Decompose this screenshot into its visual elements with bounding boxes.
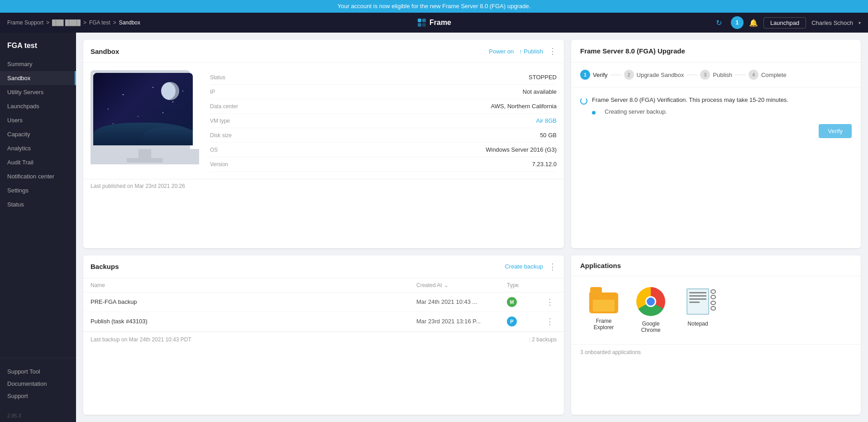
- power-on-button[interactable]: Power on: [489, 48, 514, 55]
- sort-icon: ⌄: [444, 282, 448, 288]
- create-backup-button[interactable]: Create backup: [505, 263, 543, 270]
- sidebar-footer-documentation[interactable]: Documentation: [7, 378, 69, 390]
- info-row-datacenter: Data center AWS, Northern California: [210, 99, 557, 114]
- sandbox-preview-image: [93, 73, 193, 145]
- sandbox-card: Sandbox Power on ↑ Publish ⋮: [83, 40, 564, 248]
- backups-more-button[interactable]: ⋮: [548, 262, 557, 272]
- applications-card-header: Applications: [571, 255, 861, 276]
- backup-row-type-1: P: [507, 316, 543, 326]
- sidebar-item-analytics[interactable]: Analytics: [0, 141, 76, 155]
- step-sep-3: [735, 75, 746, 75]
- backup-row-actions-0: ⋮: [543, 297, 557, 307]
- fga-card-body: Frame Server 8.0 (FGA) Verification. Thi…: [571, 87, 861, 147]
- info-row-status: Status STOPPED: [210, 70, 557, 85]
- sidebar-item-audit-trail[interactable]: Audit Trail: [0, 155, 76, 169]
- sandbox-more-button[interactable]: ⋮: [548, 46, 557, 56]
- breadcrumb: Frame Support > ███ ████ > FGA test > Sa…: [7, 19, 140, 26]
- sidebar-item-status[interactable]: Status: [0, 197, 76, 211]
- hills2-decoration: [143, 127, 193, 145]
- backup-count: 2 backups: [532, 336, 557, 343]
- backups-card-header: Backups Create backup ⋮: [83, 255, 564, 278]
- publish-button[interactable]: ↑ Publish: [519, 48, 543, 55]
- version-label: Version: [210, 161, 255, 168]
- fga-status-row: Frame Server 8.0 (FGA) Verification. Thi…: [580, 96, 852, 105]
- sandbox-last-published: Last published on Mar 23rd 2021 20:26: [91, 183, 185, 189]
- step-publish: 3 Publish: [700, 70, 732, 80]
- status-label: Status: [210, 74, 255, 81]
- top-banner: Your account is now eligible for the new…: [0, 0, 868, 13]
- type-badge-m: M: [507, 297, 517, 307]
- verify-button[interactable]: Verify: [819, 124, 852, 138]
- app-item-notepad[interactable]: Notepad: [680, 287, 716, 333]
- applications-title: Applications: [580, 262, 621, 269]
- version-value: 7.23.12.0: [255, 161, 557, 168]
- sandbox-card-footer: Last published on Mar 23rd 2021 20:26: [83, 179, 564, 193]
- backups-card-actions: Create backup ⋮: [505, 262, 557, 272]
- bell-icon[interactable]: 🔔: [749, 19, 758, 27]
- step-num-1: 1: [580, 70, 590, 80]
- applications-card: Applications Frame Explorer: [571, 255, 861, 415]
- info-row-os: OS Windows Server 2016 (G3): [210, 143, 557, 157]
- vmtype-value[interactable]: Air 8GB: [255, 117, 557, 124]
- sandbox-preview: [91, 70, 199, 172]
- info-row-vmtype: VM type Air 8GB: [210, 114, 557, 128]
- step-label-upgrade-sandbox: Upgrade Sandbox: [637, 72, 684, 78]
- sidebar-item-summary[interactable]: Summary: [0, 57, 76, 71]
- sidebar-item-users[interactable]: Users: [0, 113, 76, 127]
- frame-explorer-icon: [589, 287, 618, 313]
- app-item-frame-explorer[interactable]: Frame Explorer: [586, 287, 622, 333]
- status-value: STOPPED: [255, 74, 557, 81]
- table-row: Publish (task #43103) Mar 23rd 2021 13:1…: [83, 312, 564, 331]
- status-dot: [592, 111, 596, 115]
- step-label-publish: Publish: [713, 72, 732, 78]
- fga-card-title: Frame Server 8.0 (FGA) Upgrade: [580, 47, 685, 55]
- backup-row-created-1: Mar 23rd 2021 13:16 P...: [416, 318, 507, 325]
- breadcrumb-level3[interactable]: FGA test: [89, 19, 110, 26]
- sidebar-item-settings[interactable]: Settings: [0, 183, 76, 197]
- upgrade-steps: 1 Verify 2 Upgrade Sandbox 3 Publish 4 C…: [571, 62, 861, 87]
- apps-count: 3 onboarded applications: [580, 349, 641, 355]
- col-header-type: Type: [507, 282, 543, 288]
- col-header-name: Name: [91, 282, 416, 288]
- breadcrumb-root[interactable]: Frame Support: [7, 19, 43, 26]
- notepad-icon: [683, 287, 712, 316]
- sandbox-card-title: Sandbox: [91, 48, 485, 55]
- backups-table-header: Name Created At ⌄ Type: [83, 278, 564, 293]
- sidebar-item-sandbox[interactable]: Sandbox: [0, 71, 76, 85]
- sidebar-footer-support-tool[interactable]: Support Tool: [7, 365, 69, 378]
- backup-row-created-0: Mar 24th 2021 10:43 ...: [416, 298, 507, 305]
- info-row-ip: IP Not available: [210, 85, 557, 99]
- user-menu-chevron[interactable]: ▾: [858, 20, 861, 25]
- step-label-complete: Complete: [761, 72, 787, 78]
- sidebar-item-utility-servers[interactable]: Utility Servers: [0, 85, 76, 99]
- user-name: Charles Schoch: [811, 19, 853, 26]
- sidebar-app-name: FGA test: [0, 38, 76, 57]
- moon-decoration: [161, 82, 179, 100]
- datacenter-value: AWS, Northern California: [255, 103, 557, 110]
- table-row: PRE-FGA backup Mar 24th 2021 10:43 ... M…: [83, 293, 564, 312]
- type-badge-p: P: [507, 316, 517, 326]
- sidebar-item-launchpads[interactable]: Launchpads: [0, 99, 76, 113]
- app-item-google-chrome[interactable]: Google Chrome: [633, 287, 669, 333]
- launchpad-button[interactable]: Launchpad: [763, 17, 806, 29]
- sidebar-footer-support[interactable]: Support: [7, 390, 69, 402]
- sidebar-item-notification-center[interactable]: Notification center: [0, 169, 76, 183]
- svg-rect-3: [422, 23, 426, 27]
- sandbox-card-actions: Power on ↑ Publish ⋮: [489, 46, 557, 56]
- backup-row-more-1[interactable]: ⋮: [546, 316, 554, 326]
- backup-row-more-0[interactable]: ⋮: [546, 297, 554, 307]
- sandbox-info: Status STOPPED IP Not available Data cen…: [210, 70, 557, 172]
- svg-rect-0: [418, 19, 421, 22]
- backup-row-type-0: M: [507, 297, 543, 307]
- step-sep-1: [610, 75, 621, 75]
- refresh-icon[interactable]: ↻: [713, 16, 725, 29]
- notification-badge[interactable]: 1: [731, 16, 744, 29]
- processing-spinner: [580, 97, 587, 105]
- app-name-frame-explorer: Frame Explorer: [586, 318, 622, 331]
- sidebar-item-capacity[interactable]: Capacity: [0, 127, 76, 141]
- breadcrumb-level2[interactable]: ███ ████: [52, 19, 81, 26]
- step-verify: 1 Verify: [580, 70, 608, 80]
- col-header-actions: [543, 282, 557, 288]
- fga-sub-status-row: Creating server backup.: [580, 108, 852, 115]
- col-header-created[interactable]: Created At ⌄: [416, 282, 507, 288]
